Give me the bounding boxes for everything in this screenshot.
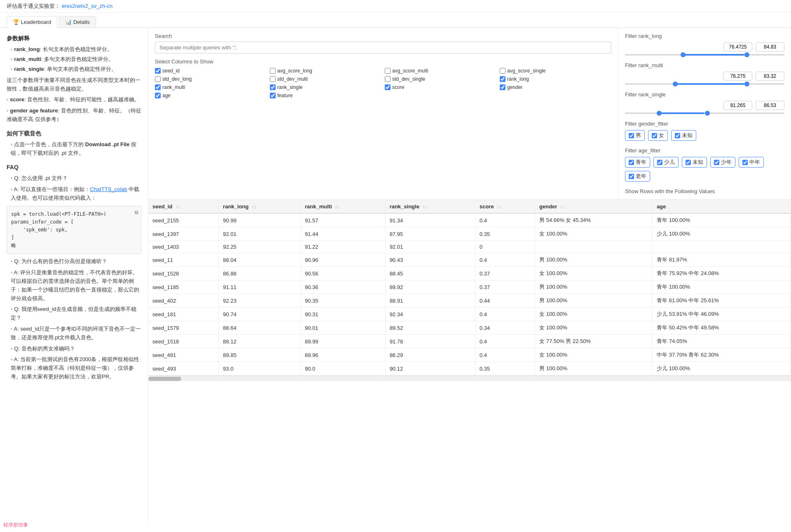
- col-check-rank_long[interactable]: rank_long: [500, 76, 611, 82]
- col-check-rank_multi[interactable]: rank_multi: [155, 84, 267, 90]
- col-check-rank_single[interactable]: rank_single: [270, 84, 381, 90]
- col-check-gender[interactable]: gender: [500, 84, 611, 90]
- col-checkbox-std_dev_single[interactable]: [385, 76, 391, 82]
- col-check-avg_score_single[interactable]: avg_score_single: [500, 68, 611, 74]
- rank-multi-max-input[interactable]: [756, 72, 784, 81]
- cell-7-5: 女 100.00%: [535, 308, 653, 321]
- rank-long-max-input[interactable]: [756, 42, 784, 51]
- search-label: Search: [155, 33, 611, 39]
- rank-multi-min-input[interactable]: [723, 72, 752, 81]
- table-row[interactable]: seed_49189.8589.9686.290.4女 100.00%中年 37…: [148, 348, 791, 362]
- col-checkbox-rank_long[interactable]: [500, 76, 505, 82]
- col-checkbox-feature[interactable]: [270, 93, 276, 98]
- eval-link[interactable]: eres2netv2_sv_zh-cn: [62, 3, 113, 9]
- tab-details[interactable]: 📊 Details: [59, 16, 96, 28]
- age-checkbox-laonian[interactable]: [629, 174, 634, 179]
- table-row[interactable]: seed_157988.6490.0189.520.34女 100.00%青年 …: [148, 321, 791, 335]
- col-checkbox-age[interactable]: [155, 93, 161, 98]
- age-checkbox-unknown[interactable]: [686, 160, 691, 165]
- rank-single-slider[interactable]: [625, 112, 784, 114]
- col-check-avg_score_long[interactable]: avg_score_long: [270, 68, 381, 74]
- col-gender[interactable]: gender ↑↓: [535, 200, 653, 213]
- col-check-seed_id[interactable]: seed_id: [155, 68, 267, 74]
- age-check-shaonian[interactable]: 少年: [710, 157, 735, 168]
- col-label-age: age: [162, 93, 171, 98]
- main-layout: 参数解释 rank_long: 长句文本的音色稳定性评分。 rank_multi…: [0, 28, 791, 527]
- faq-title: FAQ: [7, 163, 141, 172]
- age-checkbox-shaonian[interactable]: [714, 160, 719, 165]
- col-seed-id[interactable]: seed_id ↑↓: [148, 200, 219, 213]
- col-checkbox-std_dev_long[interactable]: [155, 76, 161, 82]
- rank-single-min-input[interactable]: [723, 101, 752, 110]
- bottom-scrollbar[interactable]: [148, 376, 791, 381]
- col-rank-multi[interactable]: rank_multi ↑↓: [300, 200, 385, 213]
- code-block: ⧉ spk = torch.load(<PT-FILE-PATH>) param…: [7, 206, 141, 254]
- table-row[interactable]: seed_151888.1289.9991.780.4女 77.50% 男 22…: [148, 335, 791, 348]
- gender-checkbox-male[interactable]: [629, 133, 634, 138]
- age-checkbox-shaoer[interactable]: [657, 160, 662, 165]
- table-row[interactable]: seed_49393.090.090.120.35男 100.00%少儿 100…: [148, 362, 791, 376]
- cell-8-5: 女 100.00%: [535, 321, 653, 335]
- gender-note: ◦ gender age feature: 音色的性别、年龄、特征。（特征准确度…: [7, 107, 141, 124]
- table-row[interactable]: seed_118591.1190.3689.920.37男 100.00%青年 …: [148, 280, 791, 294]
- gender-check-female[interactable]: 女: [648, 130, 668, 141]
- col-check-std_dev_single[interactable]: std_dev_single: [385, 76, 496, 82]
- col-rank-single[interactable]: rank_single ↑↓: [385, 200, 475, 213]
- col-checkbox-rank_multi[interactable]: [155, 84, 161, 90]
- col-check-std_dev_long[interactable]: std_dev_long: [155, 76, 267, 82]
- col-check-score[interactable]: score: [385, 84, 496, 90]
- age-check-laonian[interactable]: 老年: [625, 171, 650, 182]
- age-checkbox-zhongnian[interactable]: [742, 160, 748, 165]
- col-rank-long[interactable]: rank_long ↑↓: [219, 200, 301, 213]
- col-check-age[interactable]: age: [155, 93, 267, 98]
- age-check-zhongnian[interactable]: 中年: [739, 157, 764, 168]
- gender-checkbox-female[interactable]: [652, 133, 657, 138]
- rank-single-max-input[interactable]: [756, 101, 784, 110]
- cell-10-4: 0.4: [475, 348, 535, 362]
- col-checkbox-score[interactable]: [385, 84, 391, 90]
- col-check-feature[interactable]: feature: [270, 93, 381, 98]
- table-row[interactable]: seed_140392.2591.2292.010: [148, 241, 791, 253]
- table-row[interactable]: seed_139792.0191.4487.950.35女 100.00%少儿 …: [148, 227, 791, 241]
- colab-link[interactable]: ChatTTS_colab: [90, 186, 127, 192]
- cell-6-0: seed_402: [148, 294, 219, 308]
- cell-1-3: 87.95: [385, 227, 475, 241]
- tab-leaderboard[interactable]: 🏆 Leaderboard: [7, 16, 57, 28]
- col-checkbox-avg_score_multi[interactable]: [385, 68, 391, 74]
- table-row[interactable]: seed_152886.8890.5688.450.37女 100.00%青年 …: [148, 267, 791, 280]
- rank-long-slider[interactable]: [625, 54, 784, 56]
- col-check-std_dev_multi[interactable]: std_dev_multi: [270, 76, 381, 82]
- show-rows-label: Show Rows with the Following Values: [625, 188, 784, 194]
- copy-icon[interactable]: ⧉: [135, 209, 138, 217]
- cell-11-1: 93.0: [219, 362, 301, 376]
- search-input[interactable]: [155, 42, 611, 54]
- age-checkbox-qingnian[interactable]: [629, 160, 634, 165]
- col-checkbox-rank_single[interactable]: [270, 84, 276, 90]
- col-check-avg_score_multi[interactable]: avg_score_multi: [385, 68, 496, 74]
- gender-check-male[interactable]: 男: [625, 130, 645, 141]
- col-checkbox-seed_id[interactable]: [155, 68, 161, 74]
- age-check-qingnian[interactable]: 青年: [625, 157, 650, 168]
- gender-checkbox-unknown[interactable]: [675, 133, 680, 138]
- code-text: spk = torch.load(<PT-FILE-PATH>) params_…: [11, 210, 137, 250]
- col-age[interactable]: age: [653, 200, 791, 213]
- col-checkbox-avg_score_long[interactable]: [270, 68, 276, 74]
- col-score[interactable]: score ↑↓: [475, 200, 535, 213]
- age-check-unknown[interactable]: 未知: [682, 157, 707, 168]
- score-note: ◦ score: 音色性别、年龄、特征的可能性，越高越准确。: [7, 96, 141, 104]
- rank-long-min-input[interactable]: [723, 42, 752, 51]
- table-row[interactable]: seed_18190.7490.3192.340.4女 100.00%少儿 53…: [148, 308, 791, 321]
- table-area[interactable]: seed_id ↑↓ rank_long ↑↓ rank_multi ↑↓ ra…: [148, 200, 791, 527]
- rank-multi-slider[interactable]: [625, 83, 784, 85]
- col-checkbox-gender[interactable]: [500, 84, 505, 90]
- col-checkbox-std_dev_multi[interactable]: [270, 76, 276, 82]
- age-check-shaoer[interactable]: 少儿: [653, 157, 679, 168]
- table-row[interactable]: seed_215590.9991.5791.340.4男 54.66% 女 45…: [148, 213, 791, 227]
- gender-check-unknown[interactable]: 未知: [671, 130, 696, 141]
- col-checkbox-avg_score_single[interactable]: [500, 68, 505, 74]
- table-row[interactable]: seed_1188.0490.9690.430.4男 100.00%青年 81.…: [148, 253, 791, 267]
- filter-gender-label: Filter gender_filter: [625, 121, 784, 127]
- cell-0-6: 青年 100.00%: [653, 213, 791, 227]
- table-row[interactable]: seed_40292.2390.3588.910.44男 100.00%青年 6…: [148, 294, 791, 308]
- bottom-scroll-thumb[interactable]: [148, 377, 181, 381]
